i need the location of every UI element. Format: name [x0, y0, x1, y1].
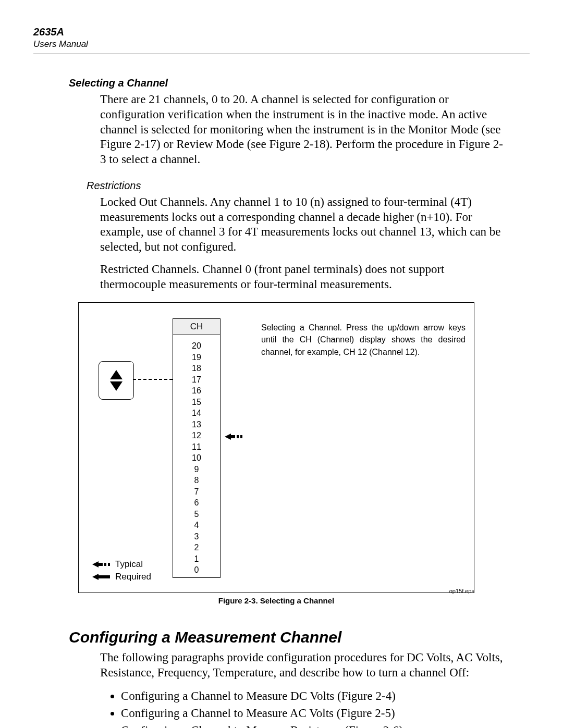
para-restrictions-2: Restricted Channels. Channel 0 (front pa… — [100, 262, 508, 292]
legend-typical-icon — [92, 561, 110, 568]
channel-value: 8 — [194, 475, 199, 486]
figure-2-3: CH 20191817161514131211109876543210 — [78, 302, 474, 609]
channel-value: 4 — [194, 520, 199, 531]
heading-selecting-channel: Selecting a Channel — [69, 77, 530, 89]
heading-configuring-measurement-channel: Configuring a Measurement Channel — [69, 628, 530, 646]
channel-value: 14 — [192, 408, 201, 419]
channel-value: 7 — [194, 486, 199, 498]
channel-value: 2 — [194, 542, 199, 553]
channel-value: 3 — [194, 531, 199, 542]
channel-value: 10 — [192, 452, 201, 464]
connector-line — [133, 379, 173, 380]
para-configuring-intro: The following paragraphs provide configu… — [100, 650, 508, 681]
header-rule — [33, 54, 530, 54]
channel-value: 9 — [194, 464, 199, 475]
list-item: Configuring a Channel to Measure DC Volt… — [121, 688, 508, 704]
configuring-list: Configuring a Channel to Measure DC Volt… — [121, 688, 508, 728]
para-selecting-channel: There are 21 channels, 0 to 20. A channe… — [100, 92, 508, 167]
pointer-typical-icon — [225, 431, 246, 440]
header-model: 2635A — [33, 26, 530, 38]
legend-required-icon — [92, 573, 110, 581]
list-item: Configuring a Channel to Measure Resista… — [121, 722, 508, 728]
svg-marker-0 — [225, 434, 235, 440]
svg-rect-2 — [240, 435, 242, 438]
channel-value: 13 — [192, 419, 201, 430]
channel-value: 12 — [192, 430, 201, 441]
svg-rect-5 — [108, 563, 110, 566]
svg-marker-6 — [92, 574, 110, 580]
arrow-up-icon — [110, 370, 123, 379]
svg-rect-1 — [237, 435, 239, 438]
figure-caption: Figure 2-3. Selecting a Channel — [78, 596, 474, 605]
legend-typical-label: Typical — [115, 559, 143, 570]
channel-value: 15 — [192, 397, 201, 408]
header-manual: Users Manual — [33, 39, 530, 50]
channel-value: 11 — [192, 441, 201, 453]
svg-marker-3 — [92, 561, 103, 567]
channel-value: 20 — [192, 340, 201, 352]
heading-restrictions: Restrictions — [87, 180, 530, 192]
channel-value: 18 — [192, 363, 201, 374]
channel-value: 0 — [194, 564, 199, 576]
channel-column-header: CH — [173, 319, 220, 335]
channel-column: CH 20191817161514131211109876543210 — [173, 318, 221, 578]
list-item: Configuring a Channel to Measure AC Volt… — [121, 705, 508, 721]
figure-instruction-text: Selecting a Channel. Press the up/down a… — [261, 322, 466, 358]
channel-value: 5 — [194, 509, 199, 520]
figure-eps-label: op15f.eps — [449, 588, 474, 594]
svg-rect-4 — [104, 563, 106, 566]
para-restrictions-1: Locked Out Channels. Any channel 1 to 10… — [100, 195, 508, 255]
channel-value: 16 — [192, 385, 201, 397]
channel-value: 1 — [194, 553, 199, 565]
channel-value: 17 — [192, 374, 201, 386]
channel-value: 19 — [192, 352, 201, 363]
channel-value: 6 — [194, 497, 199, 509]
legend-required-label: Required — [115, 572, 151, 582]
figure-legend: Typical Required — [92, 558, 151, 583]
updown-key-icon — [99, 361, 134, 400]
arrow-down-icon — [110, 381, 123, 391]
